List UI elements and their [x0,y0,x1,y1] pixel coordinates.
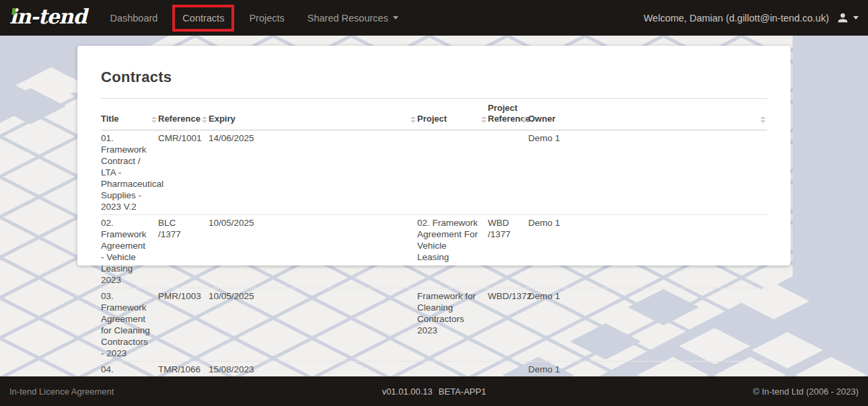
column-header[interactable]: Project [417,99,488,130]
nav-item-contracts[interactable]: Contracts [182,13,224,24]
column-header-label: Project [417,114,447,124]
environment-label: BETA-APP1 [439,387,486,397]
table-row: 03. Framework Agreement for Cleaning Con… [101,288,767,362]
project-reference-cell: WBD/1372 [488,288,528,362]
sort-icon [410,116,416,123]
nav-item-shared-resources[interactable]: Shared Resources [296,13,410,24]
expiry-cell: 10/05/2025 [209,215,417,288]
column-header[interactable]: Project Reference [488,99,528,130]
main-menu: Dashboard Contracts Projects Shared Reso… [98,0,409,36]
sort-icon [202,116,207,123]
sort-icon [481,116,486,123]
expiry-cell: 14/06/2025 [209,130,417,215]
contracts-table: Title Reference [101,98,767,376]
expiry-cell: 10/05/2025 [209,288,417,362]
page-title: Contracts [101,69,767,86]
column-header-label: Title [101,114,119,124]
navbar-right: Welcome, Damian (d.gillott@in-tend.co.uk… [643,12,868,24]
reference-cell: PMR/1003 [158,288,209,362]
shared-resources-label: Shared Resources [308,13,388,24]
nav-item-projects[interactable]: Projects [238,13,295,24]
reference-cell: CMR/1001 [158,130,209,215]
version-info: v01.01.00.13 BETA-APP1 [382,387,486,397]
nav-item-dashboard[interactable]: Dashboard [98,13,169,24]
column-header-label: Reference [158,114,201,124]
sort-icon [151,116,157,123]
reference-cell: TMR/1066 [158,362,209,377]
column-header[interactable]: Title [101,99,158,130]
sort-icon [760,116,766,123]
version-number: v01.01.00.13 [382,387,433,397]
project-reference-cell: WBD /1377 [488,215,528,288]
column-header[interactable]: Owner [528,99,767,130]
logo-text: in-tend [9,5,86,28]
table-row: 01. Framework Contract / LTA - Pharmaceu… [101,130,767,215]
table-row: 02. Framework Agreement - Vehicle Leasin… [101,215,767,288]
sort-icon [521,116,527,123]
chevron-down-icon [393,16,398,19]
project-cell [417,130,488,215]
red-highlight-box: Contracts [172,5,234,32]
table-body: 01. Framework Contract / LTA - Pharmaceu… [101,130,767,377]
owner-cell: Demo 1 [528,215,767,288]
owner-cell: Demo 1 [528,362,767,377]
owner-cell: Demo 1 [528,288,767,362]
page-content: Contracts Title Reference [0,36,868,376]
title-cell: 03. Framework Agreement for Cleaning Con… [101,288,158,362]
chevron-down-icon [853,16,859,19]
person-icon [837,12,848,24]
project-cell: 02. Framework Agreement For Vehicle Leas… [417,215,488,288]
owner-cell: Demo 1 [528,130,767,215]
app-logo[interactable]: in-tend [9,5,86,28]
project-cell: Framework for Cleaning Contractors 2023 [417,288,488,362]
project-reference-cell [488,130,528,215]
column-header-label: Owner [528,114,555,124]
column-header-label: Expiry [209,114,236,124]
reference-cell: BLC /1377 [158,215,209,288]
licence-agreement-link[interactable]: In-tend Licence Agreement [9,387,114,397]
footer-bar: In-tend Licence Agreement v01.01.00.13 B… [0,376,868,406]
copyright-text: © In-tend Ltd (2006 - 2023) [753,387,859,397]
table-header-row: Title Reference [101,99,767,130]
contracts-card: Contracts Title Reference [77,46,791,266]
title-cell: 04. Contract for I.T Hardware - 2023 [101,362,158,377]
column-header[interactable]: Reference [158,99,209,130]
expiry-cell: 15/08/2023 [209,362,417,377]
title-cell: 02. Framework Agreement - Vehicle Leasin… [101,215,158,288]
user-menu-button[interactable] [837,12,859,24]
title-cell: 01. Framework Contract / LTA - Pharmaceu… [101,130,158,215]
top-navbar: in-tend Dashboard Contracts Projects Sha… [0,0,868,36]
table-row: 04. Contract for I.T Hardware - 2023 TMR… [101,362,767,377]
project-reference-cell [488,362,528,377]
project-cell [417,362,488,377]
column-header[interactable]: Expiry [209,99,417,130]
welcome-text: Welcome, Damian (d.gillott@in-tend.co.uk… [643,13,829,24]
